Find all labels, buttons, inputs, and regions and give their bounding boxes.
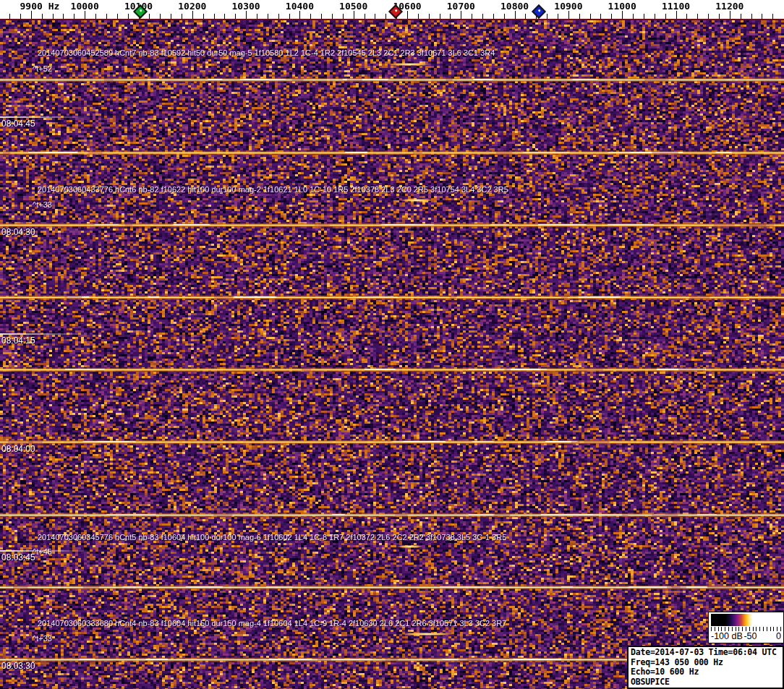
spectrogram-canvas[interactable] <box>0 0 784 689</box>
detection-text: 20140703060433776 hCnt6 nb-82 f10622 hit… <box>38 185 508 194</box>
time-label: 08:04:30 <box>1 227 35 237</box>
detection-text: 20140703060333680 hCnt4 nb-83 f10604 hit… <box>38 619 506 628</box>
time-label: 08:03:45 <box>1 552 35 562</box>
detection-text: 20140703060345776 hCnt5 nb-83 f10604 hit… <box>38 533 506 542</box>
freq-tick-label: 11000 <box>608 1 636 12</box>
intensity-colorbar: -100 dB -50 0 <box>708 612 784 643</box>
freq-tick-label: 10000 <box>71 1 99 12</box>
info-panel: Date=2014-07-03 Time=06:04 UTC Freq=143 … <box>627 646 784 689</box>
time-label: 08:03:30 <box>1 661 35 671</box>
detection-time-offset: ^t+33 <box>33 634 52 643</box>
freq-tick-label: 10500 <box>339 1 367 12</box>
info-echo-line: Echo=10 600 Hz <box>631 667 783 677</box>
detection-time-offset: ^t+52 <box>33 64 52 73</box>
freq-tick-label: 10200 <box>178 1 206 12</box>
freq-tick-label: 10400 <box>286 1 314 12</box>
info-station-line: OBSUPICE <box>631 677 783 688</box>
freq-tick-label: 10900 <box>554 1 582 12</box>
detection-time-offset: ^t+45 <box>33 547 52 556</box>
info-freq-line: Freq=143 050 000 Hz <box>631 658 783 668</box>
detection-time-offset: ^t+33 <box>33 200 52 209</box>
colorbar-labels: -100 dB -50 0 <box>710 631 782 641</box>
colorbar-label-min: -100 dB <box>711 631 743 641</box>
colorbar-label-max: 0 <box>776 631 781 641</box>
colorbar-gradient <box>711 614 781 626</box>
freq-tick-label: 11100 <box>662 1 690 12</box>
detection-text: 20140703060452580 hCnt7 nb-83 f10592 hit… <box>38 48 495 57</box>
freq-tick-label: 10700 <box>447 1 475 12</box>
freq-tick-label: 10300 <box>232 1 260 12</box>
time-label: 08:04:00 <box>1 444 35 454</box>
time-label: 08:04:15 <box>1 335 35 346</box>
freq-tick-label: 10800 <box>500 1 529 12</box>
info-date-line: Date=2014-07-03 Time=06:04 UTC <box>631 648 783 658</box>
freq-tick-label: 11200 <box>715 1 743 12</box>
freq-tick-label: 9900 Hz <box>20 1 59 12</box>
app-window: 9900 Hz100001010010200103001040010500106… <box>0 0 784 689</box>
colorbar-label-mid: -50 <box>743 631 757 641</box>
time-label: 08:04:45 <box>1 119 35 129</box>
